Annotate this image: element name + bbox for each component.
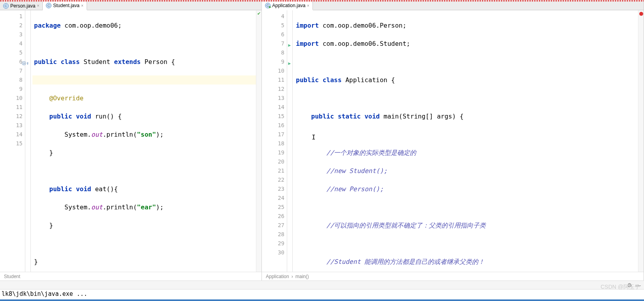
console-line: lk8\jdk\bin\java.exe ... xyxy=(2,290,87,297)
left-editor-pane: C Person.java × C Student.java × 1 2 3 4… xyxy=(0,2,262,280)
left-gutter: 1 2 3 4 5 6ⓞ↑ 7 8 9 10 11 12 13 14 15 xyxy=(0,10,25,272)
tab-student-java[interactable]: C Student.java × xyxy=(43,2,87,10)
right-breadcrumb[interactable]: Application › main() xyxy=(262,272,644,280)
left-code[interactable]: package com.oop.demo06; public class Stu… xyxy=(31,10,256,272)
left-code-area[interactable]: 1 2 3 4 5 6ⓞ↑ 7 8 9 10 11 12 13 14 15 pa… xyxy=(0,10,261,272)
close-icon[interactable]: × xyxy=(37,4,39,8)
right-code-area[interactable]: 4 5 6 7▶ 8 9▶ 10 11 12 13 14 15 16 17 18… xyxy=(262,10,644,272)
left-fold-column xyxy=(25,10,31,272)
breadcrumb-item[interactable]: Student xyxy=(4,274,20,279)
close-icon[interactable]: × xyxy=(307,4,309,8)
breadcrumb-item[interactable]: Application xyxy=(266,274,289,279)
watermark-text: CSDN @阿玉子 xyxy=(600,284,640,291)
tab-label: Application.java xyxy=(272,3,305,8)
right-gutter: 4 5 6 7▶ 8 9▶ 10 11 12 13 14 15 16 17 18… xyxy=(262,10,287,272)
tab-application-java[interactable]: C▸ Application.java × xyxy=(262,2,313,10)
right-tab-bar: C▸ Application.java × xyxy=(262,2,644,10)
close-icon[interactable]: × xyxy=(81,4,83,8)
right-editor-pane: C▸ Application.java × 4 5 6 7▶ 8 9▶ 10 1… xyxy=(262,2,644,280)
java-class-icon: C xyxy=(3,3,9,9)
bottom-bar xyxy=(0,299,644,301)
error-marker-icon[interactable] xyxy=(639,12,643,16)
text-cursor-icon: I xyxy=(312,133,316,142)
java-class-run-icon: C▸ xyxy=(265,3,271,8)
java-class-icon: C xyxy=(46,3,51,8)
tab-person-java[interactable]: C Person.java × xyxy=(0,2,43,10)
tab-label: Person.java xyxy=(10,3,35,9)
ok-check-icon: ✔ xyxy=(257,11,261,16)
left-tab-bar: C Person.java × C Student.java × xyxy=(0,2,261,10)
tab-label: Student.java xyxy=(53,3,80,8)
breadcrumb-item[interactable]: main() xyxy=(295,274,309,279)
tool-strip: ⚙ — xyxy=(0,280,644,289)
right-code[interactable]: import com.oop.demo06.Person; import com… xyxy=(293,10,638,272)
right-fold-column xyxy=(287,10,293,272)
left-breadcrumb[interactable]: Student xyxy=(0,272,261,280)
chevron-right-icon: › xyxy=(292,274,293,279)
right-marker-rail xyxy=(638,10,644,272)
console-output[interactable]: lk8\jdk\bin\java.exe ... xyxy=(0,289,644,299)
left-marker-rail: ✔ xyxy=(256,10,261,272)
